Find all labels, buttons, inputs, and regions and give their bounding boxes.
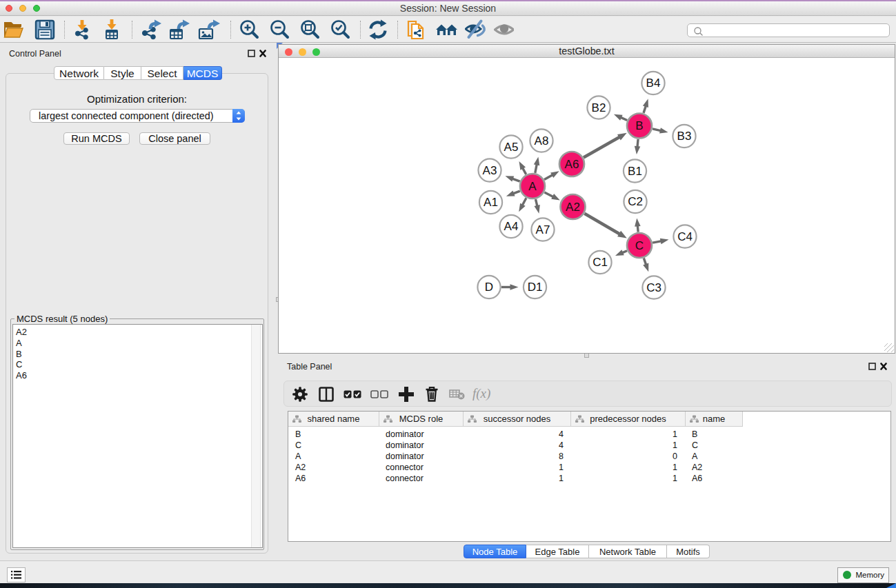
svg-text:A3: A3 xyxy=(483,164,497,177)
svg-text:C3: C3 xyxy=(646,281,661,294)
svg-text:A8: A8 xyxy=(535,134,549,148)
svg-text:B: B xyxy=(635,119,643,132)
svg-text:A: A xyxy=(528,180,537,193)
svg-text:A1: A1 xyxy=(484,196,498,209)
svg-text:C2: C2 xyxy=(628,195,643,208)
svg-text:B2: B2 xyxy=(592,101,606,114)
svg-text:A2: A2 xyxy=(566,201,580,214)
svg-text:C1: C1 xyxy=(593,256,608,269)
svg-text:A5: A5 xyxy=(504,141,519,154)
svg-text:B1: B1 xyxy=(628,165,642,178)
svg-text:D: D xyxy=(485,281,493,294)
svg-text:A7: A7 xyxy=(536,223,550,236)
svg-text:f(x): f(x) xyxy=(472,387,490,401)
svg-text:D1: D1 xyxy=(528,281,543,294)
svg-text:B4: B4 xyxy=(646,77,661,90)
svg-text:A6: A6 xyxy=(565,158,579,171)
svg-text:B3: B3 xyxy=(677,130,692,143)
svg-text:C4: C4 xyxy=(677,230,693,243)
svg-text:C: C xyxy=(635,239,644,252)
svg-text:A4: A4 xyxy=(504,220,519,233)
